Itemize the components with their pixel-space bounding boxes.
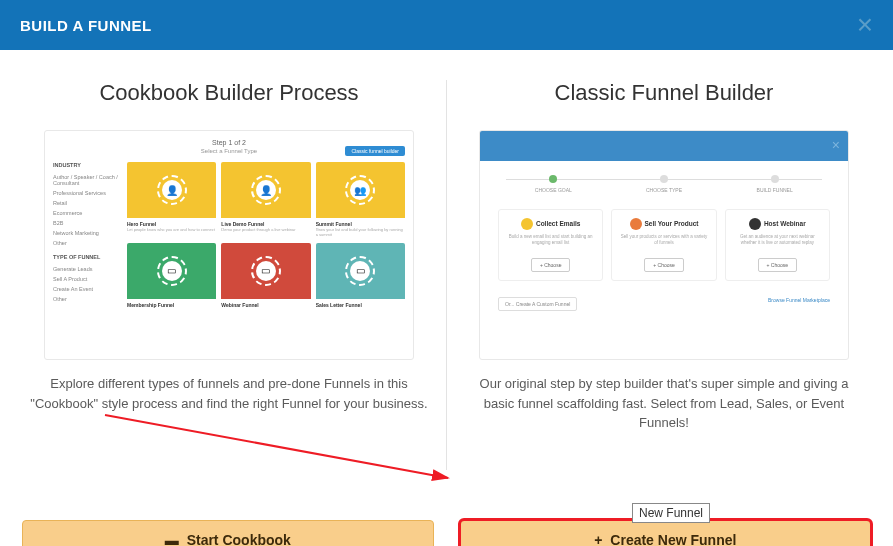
- cookbook-preview: Step 1 of 2 Select a Funnel Type INDUSTR…: [44, 130, 414, 360]
- classic-preview: × CHOOSE GOAL CHOOSE TYPE BUILD FUNNEL C…: [479, 130, 849, 360]
- cookbook-title: Cookbook Builder Process: [99, 80, 358, 106]
- preview-card-grid: Classic funnel builder 👤Hero FunnelLet p…: [127, 162, 405, 309]
- people-icon: 👥: [350, 180, 370, 200]
- card-icon: ▭: [162, 261, 182, 281]
- preview-goal-card: Sell Your ProductSell your products or s…: [611, 209, 716, 281]
- letter-icon: ▭: [350, 261, 370, 281]
- start-cookbook-button[interactable]: ▬ Start Cookbook: [22, 520, 434, 546]
- cart-icon: [630, 218, 642, 230]
- column-divider: [446, 80, 447, 470]
- preview-card: ▭Webinar Funnel: [221, 243, 310, 309]
- preview-goal-cards: Collect EmailsBuild a new email list and…: [480, 201, 848, 289]
- preview-badge: Classic funnel builder: [345, 146, 405, 156]
- preview-card: 👥Summit FunnelGrow your list and build y…: [316, 162, 405, 238]
- preview-card: ▭Membership Funnel: [127, 243, 216, 309]
- person-icon: 👤: [256, 180, 276, 200]
- classic-description: Our original step by step builder that's…: [457, 374, 871, 433]
- modal-header: BUILD A FUNNEL ×: [0, 0, 893, 50]
- content-area: Cookbook Builder Process Step 1 of 2 Sel…: [0, 50, 893, 506]
- preview-card: 👤Live Demo FunnelDemo your product throu…: [221, 162, 310, 238]
- tooltip: New Funnel: [632, 503, 710, 523]
- preview-goal-card: Collect EmailsBuild a new email list and…: [498, 209, 603, 281]
- classic-title: Classic Funnel Builder: [555, 80, 774, 106]
- plus-icon: +: [594, 532, 602, 546]
- preview-footer: Or... Create A Custom Funnel Browse Funn…: [480, 289, 848, 319]
- classic-column: Classic Funnel Builder × CHOOSE GOAL CHO…: [457, 80, 871, 506]
- cookbook-column: Cookbook Builder Process Step 1 of 2 Sel…: [22, 80, 436, 506]
- preview-goal-card: Host WebinarGet an audience at your next…: [725, 209, 830, 281]
- preview-card: 👤Hero FunnelLet people know who you are …: [127, 162, 216, 238]
- create-new-funnel-button[interactable]: + Create New Funnel: [460, 520, 872, 546]
- close-icon[interactable]: ×: [857, 9, 873, 41]
- preview-card: ▭Sales Letter Funnel: [316, 243, 405, 309]
- close-icon: ×: [832, 137, 840, 153]
- modal-title: BUILD A FUNNEL: [20, 17, 152, 34]
- preview-sidebar: INDUSTRY Author / Speaker / Coach / Cons…: [53, 162, 121, 309]
- person-icon: 👤: [162, 180, 182, 200]
- preview-header-bar: ×: [480, 131, 848, 161]
- screen-icon: ▭: [256, 261, 276, 281]
- webinar-icon: [749, 218, 761, 230]
- cookbook-description: Explore different types of funnels and p…: [22, 374, 436, 413]
- preview-progress-steps: CHOOSE GOAL CHOOSE TYPE BUILD FUNNEL: [480, 161, 848, 201]
- email-icon: [521, 218, 533, 230]
- action-row: ▬ Start Cookbook + Create New Funnel: [0, 506, 893, 546]
- book-icon: ▬: [165, 532, 179, 546]
